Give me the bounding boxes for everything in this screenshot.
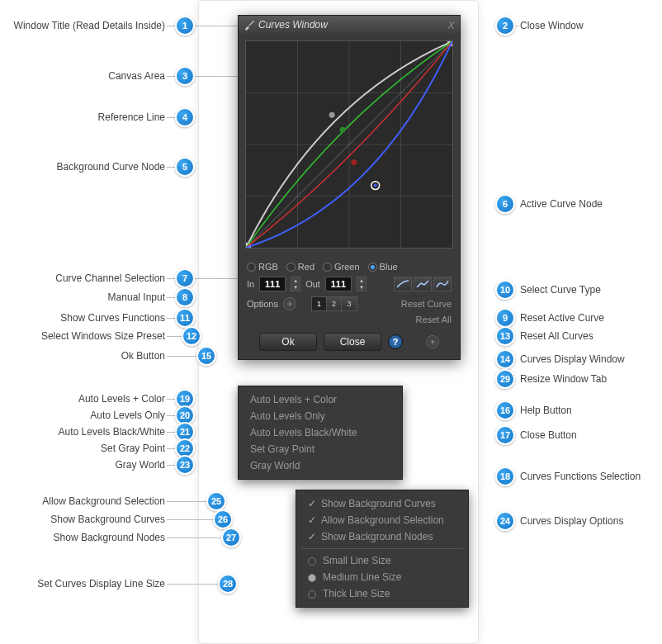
bg-node-red <box>351 159 357 165</box>
preset-2[interactable]: 2 <box>327 297 342 310</box>
callout-label-13: Reset All Curves <box>520 330 593 342</box>
callout-label-7: Curve Channel Selection <box>0 272 165 284</box>
out-value[interactable]: 111 <box>325 277 352 291</box>
callout-badge-8: 8 <box>175 287 195 307</box>
connector <box>167 519 213 520</box>
curve-type-3[interactable] <box>433 277 452 291</box>
connector <box>167 465 175 466</box>
connector <box>167 117 175 118</box>
callout-label-15: Ok Button <box>0 350 165 362</box>
curves-canvas[interactable] <box>245 40 453 249</box>
preset-3[interactable]: 3 <box>342 297 357 310</box>
callout-badge-11: 11 <box>175 308 195 328</box>
callout-label-12: Select Windows Size Preset <box>0 330 165 342</box>
callout-badge-16: 16 <box>495 400 515 420</box>
help-button[interactable]: ? <box>388 334 403 349</box>
active-node-center <box>374 184 377 187</box>
channel-red[interactable]: Red <box>286 262 314 272</box>
callout-label-20: Auto Levels Only <box>0 410 165 421</box>
callout-label-28: Set Curves Display Line Size <box>0 578 165 590</box>
connector <box>167 501 206 502</box>
connector <box>167 399 175 400</box>
connector <box>167 318 175 319</box>
callout-label-4: Reference Line <box>0 111 165 123</box>
channel-blue[interactable]: Blue <box>368 262 398 272</box>
window-title: Curves Window <box>258 19 328 31</box>
callout-label-14: Curves Display Window <box>520 353 625 365</box>
callout-badge-6: 6 <box>495 194 515 214</box>
bg-node-rgb <box>329 112 335 118</box>
connector <box>516 26 519 26</box>
channel-rgb[interactable]: RGB <box>247 262 278 272</box>
callout-label-6: Active Curve Node <box>520 198 603 210</box>
callout-label-9: Reset Active Curve <box>520 312 604 324</box>
callout-badge-24: 24 <box>495 511 515 531</box>
callout-label-19: Auto Levels + Color <box>0 393 165 405</box>
callout-label-1: Window Title (Read Details Inside) <box>0 20 165 31</box>
opt-line-small[interactable]: Small Line Size <box>296 552 468 569</box>
curves-svg <box>246 41 452 248</box>
callout-label-17: Close Button <box>520 429 577 441</box>
opt-show-bg-nodes[interactable]: Show Background Nodes <box>296 528 468 545</box>
callout-badge-25: 25 <box>206 491 226 511</box>
connector <box>167 26 175 26</box>
fn-auto-levels-only[interactable]: Auto Levels Only <box>239 408 402 424</box>
callout-label-18: Curves Functions Selection <box>520 471 641 482</box>
callout-badge-13: 13 <box>495 326 515 346</box>
io-row: In 111 ▲▼ Out 111 ▲▼ <box>247 277 452 291</box>
titlebar[interactable]: Curves Window X <box>239 16 460 34</box>
out-label: Out <box>305 279 320 289</box>
fn-auto-levels-color[interactable]: Auto Levels + Color <box>239 391 402 408</box>
curves-display-menu: Show Background Curves Allow Background … <box>296 490 469 608</box>
callout-badge-18: 18 <box>495 466 515 486</box>
connector <box>167 356 196 357</box>
callout-label-3: Canvas Area <box>0 70 165 82</box>
in-stepper[interactable]: ▲▼ <box>291 277 300 291</box>
opt-line-thick[interactable]: Thick Line Size <box>296 585 468 602</box>
callout-badge-27: 27 <box>221 528 241 547</box>
display-options-toggle[interactable]: › <box>426 335 439 348</box>
curve-type-2[interactable] <box>414 277 432 291</box>
callout-badge-15: 15 <box>196 346 216 366</box>
callout-badge-5: 5 <box>175 157 195 177</box>
callout-badge-1: 1 <box>175 16 195 36</box>
options-toggle[interactable]: › <box>283 297 296 310</box>
connector <box>167 584 218 585</box>
callout-label-22: Set Gray Point <box>0 443 165 454</box>
fn-auto-levels-bw[interactable]: Auto Levels Black/White <box>239 424 402 441</box>
curves-window: Curves Window X <box>238 15 461 360</box>
preset-1[interactable]: 1 <box>312 297 327 310</box>
in-value[interactable]: 111 <box>259 277 286 291</box>
fn-gray-world[interactable]: Gray World <box>239 457 402 474</box>
callout-label-24: Curves Display Options <box>520 515 623 527</box>
curves-functions-menu: Auto Levels + Color Auto Levels Only Aut… <box>238 386 403 480</box>
bg-node-green <box>340 127 346 133</box>
callout-badge-2: 2 <box>495 16 515 36</box>
size-preset-group: 1 2 3 <box>311 296 357 311</box>
opt-allow-bg-selection[interactable]: Allow Background Selection <box>296 512 468 528</box>
connector <box>167 432 175 433</box>
opt-show-bg-curves[interactable]: Show Background Curves <box>296 495 468 512</box>
reset-curve-link[interactable]: Reset Curve <box>401 299 452 309</box>
reset-all-link[interactable]: Reset All <box>416 315 452 324</box>
curve-type-1[interactable] <box>394 277 412 291</box>
callout-badge-10: 10 <box>495 280 515 300</box>
panel-body: RGB Red Green Blue In 111 ▲▼ Out 111 ▲▼ … <box>239 255 460 359</box>
fn-set-gray-point[interactable]: Set Gray Point <box>239 441 402 457</box>
connector <box>167 167 175 168</box>
out-stepper[interactable]: ▲▼ <box>357 277 366 291</box>
callout-label-2: Close Window <box>520 20 584 31</box>
connector <box>167 278 175 279</box>
callout-label-21: Auto Levels Black/White <box>0 426 165 438</box>
callout-label-16: Help Button <box>520 405 572 416</box>
close-window-button[interactable]: X <box>447 19 455 31</box>
close-button[interactable]: Close <box>324 333 381 351</box>
callout-badge-29: 29 <box>495 369 515 389</box>
opt-line-medium[interactable]: Medium Line Size <box>296 569 468 585</box>
callout-badge-7: 7 <box>175 268 195 288</box>
ok-button[interactable]: Ok <box>259 333 317 351</box>
channel-green[interactable]: Green <box>323 262 360 272</box>
options-label: Options <box>247 299 278 309</box>
callout-badge-9: 9 <box>495 308 515 328</box>
bottom-buttons: Ok Close ? › <box>247 333 452 351</box>
